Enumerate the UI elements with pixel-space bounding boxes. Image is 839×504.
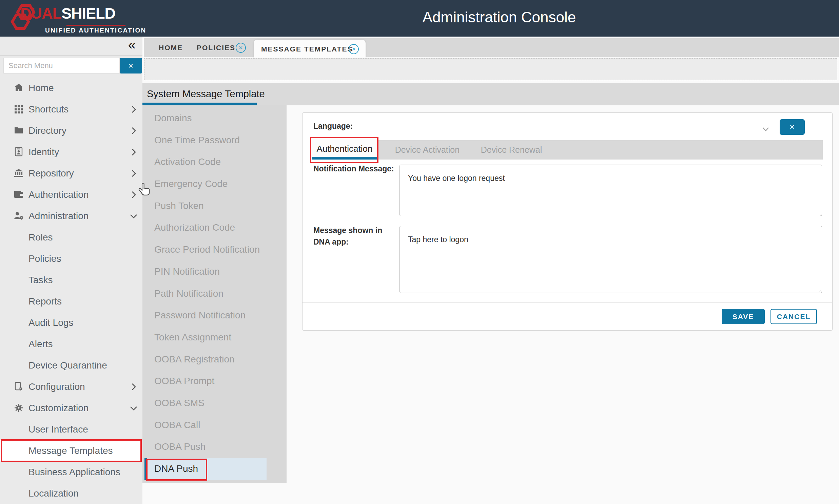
sidebar-search: ✕ bbox=[3, 58, 142, 73]
template-item-ooba-prompt[interactable]: OOBA Prompt bbox=[142, 370, 287, 392]
user-gear-icon bbox=[14, 211, 24, 221]
tab-authentication[interactable]: Authentication bbox=[312, 139, 377, 160]
sidebar-collapse-icon[interactable]: « bbox=[128, 37, 136, 53]
dna-app-message-label: Message shown in DNA app: bbox=[313, 224, 395, 248]
sidebar-item-home[interactable]: Home bbox=[0, 77, 142, 98]
sidebar: « ✕ Home Shortcuts Directory bbox=[0, 37, 142, 504]
template-item-ooba-push[interactable]: OOBA Push bbox=[142, 436, 287, 458]
sidebar-item-reports[interactable]: Reports bbox=[0, 291, 142, 312]
template-item-pin-notification[interactable]: PIN Notification bbox=[142, 261, 287, 283]
sidebar-item-user-interface[interactable]: User Interface bbox=[0, 419, 142, 440]
sidebar-item-alerts[interactable]: Alerts bbox=[0, 333, 142, 355]
chevron-right-icon bbox=[129, 105, 138, 114]
sidebar-item-tasks[interactable]: Tasks bbox=[0, 269, 142, 291]
notification-message-label: Notification Message: bbox=[313, 163, 395, 175]
section-header: System Message Template bbox=[142, 83, 839, 105]
chevron-down-icon bbox=[129, 211, 138, 221]
chevron-down-icon bbox=[129, 403, 138, 413]
tab-device-activation[interactable]: Device Activation bbox=[383, 140, 472, 160]
language-clear-button[interactable]: ✕ bbox=[780, 119, 805, 135]
template-item-push-token[interactable]: Push Token bbox=[142, 195, 287, 217]
id-card-icon bbox=[14, 147, 24, 157]
mouse-pointer-icon bbox=[138, 183, 150, 198]
tab-home[interactable]: HOME bbox=[159, 38, 183, 57]
tab-message-templates[interactable]: MESSAGE TEMPLATES ✕ bbox=[254, 40, 365, 58]
cancel-button[interactable]: CANCEL bbox=[770, 309, 817, 324]
section-title-active-indicator bbox=[142, 103, 257, 105]
sidebar-item-repository[interactable]: Repository bbox=[0, 163, 142, 184]
template-item-domains[interactable]: Domains bbox=[142, 107, 287, 129]
template-item-ooba-sms[interactable]: OOBA SMS bbox=[142, 392, 287, 414]
gear-icon bbox=[14, 403, 24, 413]
doc-gear-icon bbox=[14, 381, 24, 392]
template-item-one-time-password[interactable]: One Time Password bbox=[142, 129, 287, 151]
search-input[interactable] bbox=[3, 58, 120, 73]
sidebar-item-directory[interactable]: Directory bbox=[0, 120, 142, 141]
close-tab-policies-icon[interactable]: ✕ bbox=[236, 43, 246, 53]
language-select[interactable] bbox=[400, 135, 779, 135]
template-item-token-assignment[interactable]: Token Assignment bbox=[142, 326, 287, 348]
sidebar-item-localization[interactable]: Localization bbox=[0, 483, 142, 504]
tab-policies[interactable]: POLICIES bbox=[197, 38, 235, 57]
grid-icon bbox=[14, 104, 24, 114]
chevron-right-icon bbox=[129, 190, 138, 199]
sidebar-item-identity[interactable]: Identity bbox=[0, 141, 142, 163]
template-item-ooba-registration[interactable]: OOBA Registration bbox=[142, 348, 287, 371]
template-item-ooba-call[interactable]: OOBA Call bbox=[142, 414, 287, 436]
sidebar-item-audit-logs[interactable]: Audit Logs bbox=[0, 312, 142, 333]
sidebar-item-roles[interactable]: Roles bbox=[0, 227, 142, 248]
chevron-right-icon bbox=[129, 126, 138, 136]
language-chevron-down-icon[interactable] bbox=[761, 124, 770, 134]
sidebar-item-business-applications[interactable]: Business Applications bbox=[0, 461, 142, 483]
administration-console: DUALSHIELD UNIFIED AUTHENTICATION Admini… bbox=[0, 0, 839, 504]
tab-message-templates-label: MESSAGE TEMPLATES bbox=[261, 40, 353, 58]
template-item-dna-push[interactable]: DNA Push bbox=[144, 458, 267, 480]
sidebar-item-device-quarantine[interactable]: Device Quarantine bbox=[0, 355, 142, 376]
logo-tagline: UNIFIED AUTHENTICATION bbox=[45, 27, 147, 34]
logo-underline bbox=[67, 25, 125, 26]
sidebar-item-administration[interactable]: Administration bbox=[0, 205, 142, 227]
sidebar-item-message-templates[interactable]: Message Templates bbox=[0, 440, 142, 461]
footer-divider bbox=[303, 303, 832, 303]
chevron-right-icon bbox=[129, 382, 138, 392]
sidebar-item-authentication[interactable]: Authentication bbox=[0, 184, 142, 205]
folder-icon bbox=[14, 125, 24, 136]
template-item-grace-period-notification[interactable]: Grace Period Notification bbox=[142, 239, 287, 261]
section-title: System Message Template bbox=[147, 83, 265, 105]
template-list: Domains One Time Password Activation Cod… bbox=[142, 105, 287, 483]
notification-message-input[interactable]: You have one logon request bbox=[399, 165, 822, 216]
template-item-path-notification[interactable]: Path Notification bbox=[142, 283, 287, 305]
page-title: Administration Console bbox=[423, 9, 576, 26]
chevron-right-icon bbox=[129, 147, 138, 157]
language-label: Language: bbox=[313, 122, 353, 131]
logo-wordmark: DUALSHIELD bbox=[20, 5, 115, 22]
template-item-authorization-code[interactable]: Authorization Code bbox=[142, 217, 287, 239]
close-tab-message-templates-icon[interactable]: ✕ bbox=[349, 44, 359, 54]
breadcrumb-placeholder-strip bbox=[144, 58, 837, 80]
dna-app-message-input[interactable]: Tap here to logon bbox=[399, 226, 822, 293]
sidebar-item-policies[interactable]: Policies bbox=[0, 248, 142, 269]
sidebar-divider bbox=[0, 55, 142, 56]
home-icon bbox=[14, 83, 24, 93]
top-tab-bar bbox=[144, 38, 839, 57]
bank-icon bbox=[14, 168, 24, 178]
message-template-form: Language: ✕ Authentication Device Activa… bbox=[302, 112, 833, 330]
sidebar-item-shortcuts[interactable]: Shortcuts bbox=[0, 98, 142, 120]
template-item-password-notification[interactable]: Password Notification bbox=[142, 305, 287, 326]
chevron-right-icon bbox=[129, 169, 138, 178]
wallet-icon bbox=[14, 189, 24, 199]
app-header: DUALSHIELD UNIFIED AUTHENTICATION Admini… bbox=[0, 0, 839, 37]
sidebar-item-customization[interactable]: Customization bbox=[0, 397, 142, 419]
template-item-activation-code[interactable]: Activation Code bbox=[142, 151, 287, 173]
sidebar-menu: Home Shortcuts Directory Identity Reposi… bbox=[0, 77, 142, 504]
save-button[interactable]: SAVE bbox=[722, 309, 765, 324]
sidebar-item-configuration[interactable]: Configuration bbox=[0, 376, 142, 397]
search-clear-button[interactable]: ✕ bbox=[120, 58, 142, 73]
tab-device-renewal[interactable]: Device Renewal bbox=[467, 140, 555, 160]
template-item-emergency-code[interactable]: Emergency Code bbox=[142, 173, 287, 195]
